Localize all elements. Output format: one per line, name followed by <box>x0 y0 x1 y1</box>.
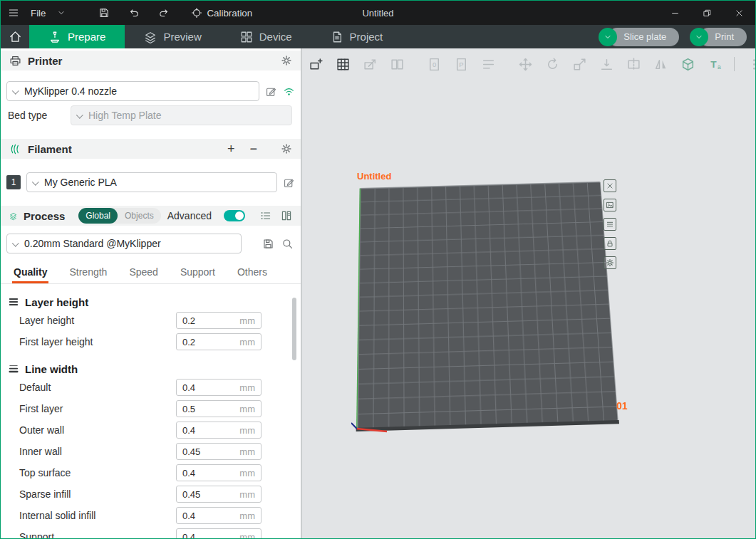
file-menu-button[interactable]: File <box>25 1 51 25</box>
save-preset-button[interactable] <box>262 238 274 250</box>
edit-printer-button[interactable] <box>265 85 277 98</box>
compare-presets-button[interactable] <box>281 210 292 221</box>
add-plate-icon[interactable] <box>306 54 326 74</box>
filament-settings-gear[interactable] <box>281 143 292 155</box>
window-title: Untitled <box>362 8 393 19</box>
chevron-down-icon <box>12 87 19 94</box>
filament-icon <box>9 143 21 155</box>
sidebar-scrollbar[interactable] <box>292 298 296 360</box>
param-input[interactable]: 0.5mm <box>176 400 262 417</box>
doc-zero-icon[interactable] <box>424 54 444 74</box>
auto-orient-icon[interactable] <box>360 54 380 74</box>
mirror-icon[interactable] <box>651 54 670 74</box>
titlebar: File Calibration Untitled <box>1 1 755 25</box>
tab-quality[interactable]: Quality <box>12 266 48 283</box>
file-menu-dropdown[interactable] <box>51 1 71 25</box>
printer-preset-select[interactable]: MyKlipper 0.4 nozzle <box>6 81 259 101</box>
main-tabbar: Prepare Preview Device Project Slice pla… <box>1 25 755 48</box>
more-tools-icon[interactable] <box>744 54 756 74</box>
print-dropdown[interactable] <box>690 28 708 46</box>
param-input[interactable]: 0.2mm <box>176 333 262 350</box>
doc-p-icon[interactable] <box>451 54 471 74</box>
undo-button[interactable] <box>123 1 145 25</box>
param-label: First layer <box>1 403 63 414</box>
tab-device[interactable]: Device <box>221 25 311 48</box>
param-label: Support <box>1 531 54 538</box>
param-row: Inner wall 0.45mm <box>1 441 301 462</box>
tab-speed[interactable]: Speed <box>128 266 159 283</box>
param-input[interactable]: 0.4mm <box>176 422 262 439</box>
maximize-button[interactable] <box>691 1 723 25</box>
printer-preset-value: MyKlipper 0.4 nozzle <box>24 85 117 97</box>
minimize-button[interactable] <box>659 1 691 25</box>
scope-objects-button[interactable]: Objects <box>118 208 161 224</box>
align-lines-icon[interactable] <box>478 54 498 74</box>
edit-filament-button[interactable] <box>283 177 295 189</box>
bed-type-row: Bed type High Temp Plate <box>1 105 301 125</box>
plate-list-icon[interactable] <box>604 218 616 231</box>
save-button[interactable] <box>93 1 115 25</box>
param-input[interactable]: 0.4mm <box>176 464 262 481</box>
window-controls <box>659 1 755 25</box>
split-layout-icon[interactable] <box>387 54 407 74</box>
param-row: Sparse infill 0.45mm <box>1 483 301 505</box>
printer-connection-button[interactable] <box>283 85 295 98</box>
param-input[interactable]: 0.45mm <box>176 443 262 460</box>
close-plate-icon[interactable] <box>604 179 616 192</box>
slice-plate-dropdown[interactable] <box>599 28 617 46</box>
process-preset-select[interactable]: 0.20mm Standard @MyKlipper <box>6 234 242 253</box>
bed-type-select[interactable]: High Temp Plate <box>71 105 292 125</box>
plate-thumbnail-icon[interactable] <box>604 199 616 211</box>
cut-icon[interactable] <box>623 54 643 74</box>
slice-plate-button[interactable]: Slice plate <box>608 28 679 46</box>
advanced-label: Advanced <box>167 210 212 221</box>
tab-support[interactable]: Support <box>179 266 217 283</box>
remove-filament-button[interactable]: − <box>249 142 257 155</box>
text-tool-icon[interactable] <box>705 54 725 74</box>
plate-name-label: Untitled <box>357 171 391 182</box>
printer-preset-row: MyKlipper 0.4 nozzle <box>1 81 301 101</box>
param-input[interactable]: 0.45mm <box>176 486 262 503</box>
view-all-settings-button[interactable] <box>260 210 271 221</box>
build-plate[interactable] <box>357 182 618 429</box>
settings-list-icon <box>260 210 271 221</box>
calibration-button[interactable]: Calibration <box>185 1 258 25</box>
assembly-view-icon[interactable] <box>678 54 698 74</box>
plate-settings-icon[interactable] <box>604 256 616 269</box>
param-input[interactable]: 0.2mm <box>176 312 262 329</box>
close-button[interactable] <box>723 1 755 25</box>
param-input[interactable]: 0.4mm <box>176 528 262 538</box>
move-icon[interactable] <box>515 54 535 74</box>
search-settings-button[interactable] <box>281 238 294 250</box>
tab-strength[interactable]: Strength <box>68 266 108 283</box>
device-icon <box>240 31 253 43</box>
param-input[interactable]: 0.4mm <box>176 507 262 524</box>
scope-global-button[interactable]: Global <box>78 208 118 224</box>
param-panel: Layer height Layer height 0.2mm First la… <box>1 294 301 538</box>
param-input[interactable]: 0.4mm <box>176 379 262 396</box>
tab-preview[interactable]: Preview <box>125 25 220 48</box>
home-button[interactable] <box>1 25 29 48</box>
tab-prepare[interactable]: Prepare <box>29 25 125 48</box>
preview-icon <box>144 31 157 43</box>
redo-button[interactable] <box>152 1 175 25</box>
rotate-icon[interactable] <box>542 54 562 74</box>
hamburger-menu-button[interactable] <box>1 1 25 25</box>
arrange-icon[interactable] <box>333 54 353 74</box>
save-icon <box>98 7 110 19</box>
scale-icon[interactable] <box>569 54 589 74</box>
filament-preset-select[interactable]: My Generic PLA <box>26 172 277 192</box>
prepare-icon <box>48 31 61 43</box>
printer-settings-gear[interactable] <box>281 55 292 66</box>
add-filament-button[interactable]: + <box>227 142 235 155</box>
viewport-3d: Untitled 01 <box>301 48 755 538</box>
tab-project[interactable]: Project <box>311 25 403 48</box>
lock-plate-icon[interactable] <box>604 237 616 250</box>
advanced-toggle[interactable] <box>224 210 245 221</box>
tab-others[interactable]: Others <box>236 266 269 283</box>
line-width-group-header: Line width <box>1 361 301 377</box>
param-row: Top surface 0.4mm <box>1 462 301 483</box>
process-preset-value: 0.20mm Standard @MyKlipper <box>24 238 161 249</box>
place-on-face-icon[interactable] <box>596 54 616 74</box>
chevron-down-icon <box>604 33 612 41</box>
